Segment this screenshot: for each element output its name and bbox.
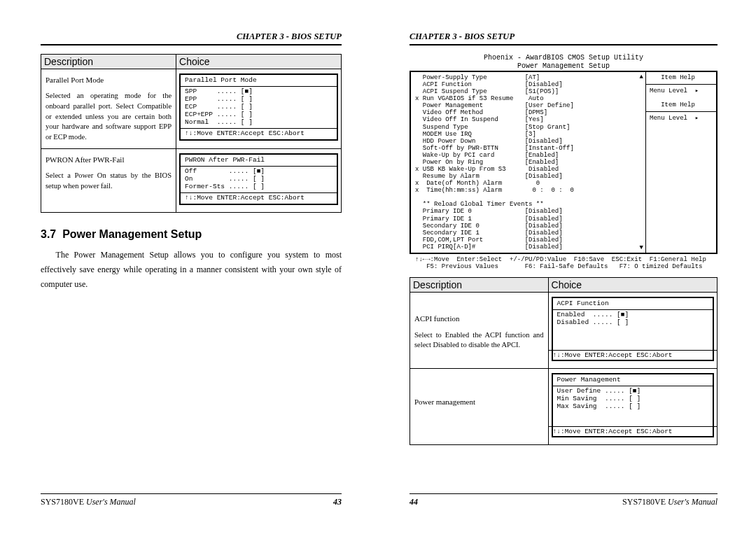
page-number: 44 [410,497,418,507]
row-title: Power management [414,397,544,407]
choice-cell-powermgmt: Power ManagementUser Define ..... [■] Mi… [548,369,717,445]
page-left: CHAPTER 3 - BIOS SETUP Description Choic… [41,31,342,507]
bios-option-foot: ↑↓:Move ENTER:Accept ESC:Abort [181,192,337,204]
chapter-header-right: CHAPTER 3 - BIOS SETUP [410,31,718,45]
page-number: 43 [333,497,342,507]
choice-cell-parallel-port: Parallel Port ModeSPP ..... [■] EPP ....… [176,69,342,149]
desc-cell-powermgmt: Power management [410,369,549,445]
th-choice: Choice [548,278,717,293]
desc-choice-table-left: Description Choice Parallel Port Mode Se… [41,54,342,213]
choice-title: PWRON After PWR-Fail [185,156,265,164]
row-title: ACPI function [414,314,544,324]
manual-name: SYS7180VE User's Manual [41,497,136,507]
choice-options: User Define ..... [■] Min Saving ..... [… [557,387,641,410]
choice-options: Enabled ..... [■] Disabled ..... [ ] [557,311,629,326]
bios-option-foot: ↑↓:Move ENTER:Accept ESC:Abort [181,128,337,140]
bios-option-box: Parallel Port ModeSPP ..... [■] EPP ....… [179,73,338,141]
row-desc: Selected an operating mode for the onboa… [46,91,172,142]
bios-screen: ▲ ▼ Power-Supply Type [AT] ACPI Function… [410,71,718,254]
bios-help-panel: Item HelpMenu Level ▸ Item HelpMenu Leve… [646,72,716,253]
th-description: Description [41,55,176,69]
row-title: Parallel Port Mode [46,75,172,85]
section-title: 3.7 Power Management Setup [41,228,342,241]
choice-options: Off ..... [■] On ..... [ ] Former-Sts ..… [185,167,265,190]
row-title: PWRON After PWR-Fail [46,155,172,165]
bios-help-keys: ↑↓←→:Move Enter:Select +/-/PU/PD:Value F… [410,256,718,270]
bios-option-box: PWRON After PWR-FailOff ..... [■] On ...… [179,153,338,206]
scroll-down-icon: ▼ [640,244,643,251]
scroll-up-icon: ▲ [640,73,643,80]
choice-title: Parallel Port Mode [185,76,257,84]
bios-option-foot: ↑↓:Move ENTER:Accept ESC:Abort [549,426,717,438]
row-desc: Select a Power On status by the BIOS set… [46,171,172,191]
desc-cell-pwron: PWRON After PWR-Fail Select a Power On s… [41,148,176,213]
choice-title: ACPI Function [557,300,609,307]
choice-options: SPP ..... [■] EPP ..... [ ] ECP ..... [ … [185,87,253,126]
choice-cell-pwron: PWRON After PWR-FailOff ..... [■] On ...… [176,148,342,213]
manual-name: SYS7180VE User's Manual [622,497,718,507]
bios-option-box: ACPI FunctionEnabled ..... [■] Disabled … [552,297,714,361]
section-name: Power Management Setup [62,228,202,240]
page-right: CHAPTER 3 - BIOS SETUP Phoenix - AwardBI… [410,31,718,507]
chapter-header-left: CHAPTER 3 - BIOS SETUP [41,31,342,45]
desc-choice-table-right: Description Choice ACPI function Select … [410,277,718,445]
choice-cell-acpi: ACPI FunctionEnabled ..... [■] Disabled … [548,293,717,369]
footer-left: SYS7180VE User's Manual 43 [41,493,342,507]
th-description: Description [410,278,549,293]
row-desc: Select to Enabled the ACPI function and … [414,330,544,351]
section-body: The Power Management Setup allows you to… [41,248,342,292]
bios-settings-list: Power-Supply Type [AT] ACPI Function [Di… [411,72,646,253]
bios-option-box: Power ManagementUser Define ..... [■] Mi… [552,373,714,437]
bios-screen-title: Phoenix - AwardBIOS CMOS Setup Utility P… [410,54,718,70]
bios-option-foot: ↑↓:Move ENTER:Accept ESC:Abort [549,350,717,362]
choice-title: Power Management [557,376,621,384]
th-choice: Choice [176,55,342,69]
section-number: 3.7 [41,228,56,240]
desc-cell-acpi: ACPI function Select to Enabled the ACPI… [410,293,549,369]
desc-cell-parallel-port: Parallel Port Mode Selected an operating… [41,69,176,149]
footer-right: 44 SYS7180VE User's Manual [410,493,718,507]
